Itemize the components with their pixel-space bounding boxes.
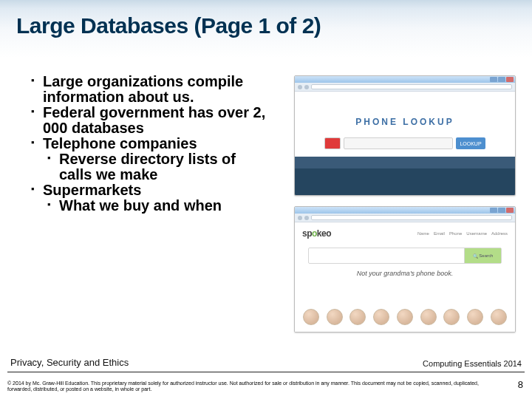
search-input <box>309 248 464 263</box>
window-titlebar <box>295 76 515 83</box>
footer-copyright: © 2014 by Mc. Graw-Hill Education. This … <box>7 381 502 394</box>
search-tabs: Name Email Phone Username Address <box>417 231 508 236</box>
bullet-1: Large organizations compile information … <box>31 74 267 105</box>
footer-divider <box>7 372 525 372</box>
screenshot-spokeo: spokeo Name Email Phone Username Address… <box>294 206 516 332</box>
page-body: spokeo Name Email Phone Username Address… <box>295 222 515 332</box>
back-icon <box>298 216 302 220</box>
search-bar: 🔍 Search <box>308 248 502 264</box>
window-buttons <box>490 208 514 213</box>
back-icon <box>298 85 302 89</box>
bullet-4a: What we buy and when <box>47 198 267 214</box>
forward-icon <box>304 216 309 220</box>
bullet-4a-text: What we buy and when <box>59 198 222 214</box>
bullet-2: Federal government has over 2, 000 datab… <box>31 105 267 136</box>
slide-title: Large Databases (Page 1 of 2) <box>16 13 321 38</box>
close-icon <box>506 77 514 82</box>
bullet-3: Telephone companies <box>31 136 267 151</box>
tagline: Not your grandma's phone book. <box>295 270 515 277</box>
avatar <box>397 309 413 325</box>
bullet-3a: Reverse directory lists of calls we make <box>47 151 267 183</box>
flag-icon <box>324 137 341 149</box>
window-buttons <box>490 77 514 82</box>
browser-toolbar <box>295 83 515 92</box>
avatar <box>443 309 460 325</box>
avatar <box>491 309 507 325</box>
bullet-list: Large organizations compile information … <box>31 74 267 214</box>
search-button-label: Search <box>479 253 493 258</box>
bullet-1-text: Large organizations compile information … <box>43 74 267 105</box>
tab-username: Username <box>466 231 487 236</box>
lookup-search: LOOKUP <box>324 137 485 149</box>
logo-pre: sp <box>302 228 312 239</box>
footer-page-number: 8 <box>518 379 523 390</box>
lookup-button: LOOKUP <box>456 137 485 149</box>
window-titlebar <box>295 207 515 214</box>
figures-column: PHONE LOOKUP LOOKUP <box>294 75 516 343</box>
tab-phone: Phone <box>449 231 462 236</box>
avatar <box>349 309 366 325</box>
site-navbar: spokeo Name Email Phone Username Address <box>295 227 515 240</box>
tab-email: Email <box>434 231 445 236</box>
avatar <box>303 309 319 325</box>
search-icon: 🔍 <box>473 253 478 259</box>
page-body: PHONE LOOKUP LOOKUP <box>295 92 515 195</box>
search-button: 🔍 Search <box>464 248 501 263</box>
footer-chapter: Privacy, Security and Ethics <box>10 357 129 368</box>
browser-toolbar <box>295 214 515 222</box>
bullet-4: Supermarkets <box>31 183 267 198</box>
nav-strip <box>295 157 515 168</box>
close-icon <box>506 208 514 213</box>
footer-edition: Computing Essentials 2014 <box>423 359 522 368</box>
hero-text: PHONE LOOKUP <box>355 117 454 127</box>
tab-address: Address <box>491 231 508 236</box>
address-bar <box>311 84 512 89</box>
page-footer-block <box>295 168 515 195</box>
spokeo-logo: spokeo <box>302 228 331 239</box>
bullet-3-text: Telephone companies <box>43 136 197 151</box>
logo-eye: o <box>312 228 317 239</box>
screenshot-phone-lookup: PHONE LOOKUP LOOKUP <box>294 75 516 196</box>
bullet-2-text: Federal government has over 2, 000 datab… <box>43 105 267 136</box>
forward-icon <box>304 85 309 89</box>
avatar <box>327 309 343 325</box>
logo-post: keo <box>317 228 331 239</box>
avatar <box>373 309 389 325</box>
tab-name: Name <box>417 231 429 236</box>
avatar-band <box>295 302 515 332</box>
bullet-3a-text: Reverse directory lists of calls we make <box>59 151 267 183</box>
avatar <box>420 309 437 325</box>
avatar <box>467 309 483 325</box>
phone-input <box>344 137 453 149</box>
address-bar <box>311 215 512 220</box>
bullet-4-text: Supermarkets <box>43 183 141 198</box>
slide: Large Databases (Page 1 of 2) Large orga… <box>0 0 532 399</box>
